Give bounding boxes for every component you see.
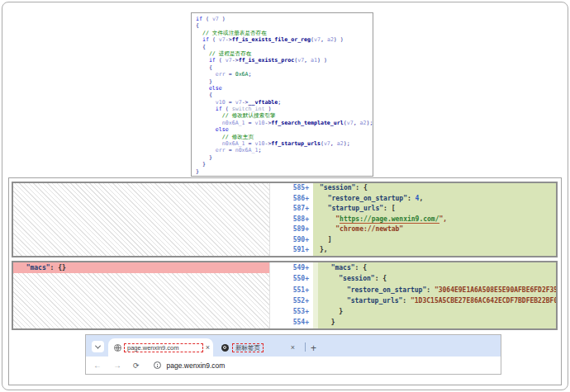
diff-line-content: "restore_on_startup": "3064E9E1A6A508E5E…	[313, 285, 556, 295]
address-bar-url[interactable]: page.wenxin9.com	[167, 361, 226, 370]
tab-divider	[305, 342, 306, 352]
close-tab-icon[interactable]: ×	[291, 344, 295, 352]
reload-icon[interactable]: ⟳	[133, 361, 140, 370]
code-line: // 文件或注册表是否存在	[196, 30, 373, 36]
line-number: 589+	[270, 224, 313, 235]
diff-added-row: 588+ "https://page.wenxin9.com/",	[270, 215, 556, 225]
diff-line-content: "macs": {	[313, 262, 556, 273]
line-number: 551+	[270, 285, 313, 295]
diff-line-content: ]	[313, 235, 556, 246]
tab-new-tab-page[interactable]: 新标签页 ×	[215, 338, 299, 357]
close-tab-icon[interactable]: ×	[206, 344, 210, 352]
code-line: n0x6A_1 = v10->ff_startup_urls(v7, a2);	[196, 140, 373, 147]
line-number: 590+	[270, 235, 313, 246]
diff-added-row: 551+ "restore_on_startup": "3064E9E1A6A5…	[270, 285, 556, 295]
code-line: n0x6A_1 = v10->ff_search_template_url(v7…	[196, 120, 373, 126]
diff-line-content: "startup_urls": "1D3C15A5CBE27E86AC642EC…	[313, 295, 556, 306]
diff-line-content: "startup_urls": [	[313, 204, 556, 215]
diff-added-row: 550+ "session": {	[270, 273, 556, 284]
page-info-icon[interactable]	[154, 361, 161, 369]
decompiled-code: if ( v7 ){ // 文件或注册表是否存在 if ( v7->ff_is_…	[196, 16, 373, 175]
diff-added-row: 590+ ]	[270, 235, 556, 246]
annotation-box-tab1: page.wenxin9.com	[124, 343, 203, 352]
line-number: 585+	[270, 183, 313, 194]
code-line: }	[196, 161, 373, 168]
line-number: 554+	[270, 317, 313, 328]
screenshot-root: if ( v7 ){ // 文件或注册表是否存在 if ( v7->ff_is_…	[0, 0, 570, 392]
line-number: 586+	[270, 194, 313, 205]
line-number: 552+	[270, 295, 313, 306]
diff-added-row: 586+ "restore_on_startup": 4,	[270, 194, 556, 205]
tab-title: 新标签页	[235, 344, 260, 352]
diff-added-row: 589+ "chrome://newtab"	[270, 224, 556, 235]
code-line: if ( v7->ff_is_exists_proc(v7, a1) )	[196, 57, 373, 64]
line-number: 549+	[270, 262, 313, 273]
annotation-box-tab2: 新标签页	[232, 343, 264, 352]
code-line: else	[196, 85, 373, 92]
back-icon[interactable]: ←	[93, 361, 102, 370]
diff-line-content: "session": {	[313, 273, 556, 284]
code-line: err = n0x6A_1;	[196, 147, 373, 153]
line-number: 587+	[270, 204, 313, 215]
diff-right-column: 549+ "macs": {550+ "session": {551+ "res…	[270, 262, 556, 328]
decompiler-panel: if ( v7 ){ // 文件或注册表是否存在 if ( v7->ff_is_…	[191, 12, 373, 177]
browser-toolbar: ← → ⟳ page.wenxin9.com	[86, 357, 501, 374]
newtab-favicon-icon	[221, 344, 229, 352]
tab-strip: page.wenxin9.com × 新标签页 × +	[86, 335, 501, 357]
code-line: {	[196, 22, 373, 29]
line-number: 550+	[270, 273, 313, 284]
diff-added-row: 591+},	[270, 245, 556, 256]
code-line: // 进程是否存在	[196, 50, 373, 57]
globe-icon	[114, 344, 121, 352]
code-line: {	[196, 64, 373, 71]
diff-left-column	[13, 183, 270, 256]
tab-title: page.wenxin9.com	[127, 344, 179, 352]
diff-added-row: 587+ "startup_urls": [	[270, 204, 556, 215]
diff-block-session: 585+"session": {586+ "restore_on_startup…	[12, 182, 558, 257]
new-tab-button[interactable]: +	[311, 343, 316, 353]
code-line: else	[196, 126, 373, 133]
diff-line-content: }	[313, 317, 556, 328]
code-line: err = 0x6A;	[196, 71, 373, 78]
diff-added-row: 553+ }	[270, 306, 556, 317]
diff-line-content: "restore_on_startup": 4,	[313, 194, 556, 205]
code-line: v10 = v7->__vftable;	[196, 99, 373, 106]
diff-removed-row: "macs": {}	[13, 262, 269, 273]
code-line: }	[196, 78, 373, 85]
tab-search-button[interactable]	[92, 341, 104, 352]
diff-added-row: 554+ }	[270, 317, 556, 328]
code-line: // 修改默认搜索引擎	[196, 112, 373, 119]
code-line: {	[196, 92, 373, 98]
line-number: 588+	[270, 215, 313, 225]
diff-line-content: "chrome://newtab"	[313, 224, 556, 235]
code-line: {	[196, 44, 373, 50]
browser-window: page.wenxin9.com × 新标签页 × + ← → ⟳ page.w…	[85, 334, 501, 375]
line-number: 591+	[270, 245, 313, 256]
diff-added-row: 549+ "macs": {	[270, 262, 556, 273]
forward-icon[interactable]: →	[113, 361, 121, 370]
diff-line-content: }	[313, 306, 556, 317]
code-line: if ( v7->ff_is_exists_file_or_reg(v7, a2…	[196, 36, 373, 43]
code-line: }	[196, 154, 373, 161]
line-number: 553+	[270, 306, 313, 317]
diff-line-content: },	[313, 245, 556, 256]
diff-block-macs: "macs": {} 549+ "macs": {550+ "session":…	[12, 261, 558, 330]
diff-line-content: "https://page.wenxin9.com/",	[313, 215, 556, 225]
diff-left-column: "macs": {}	[13, 262, 270, 328]
diff-added-row: 552+ "startup_urls": "1D3C15A5CBE27E86AC…	[270, 295, 556, 306]
diff-line-content: "session": {	[313, 183, 556, 194]
code-line: if ( v7 )	[196, 16, 373, 22]
chevron-down-icon	[95, 342, 101, 348]
tab-page-wenxin9[interactable]: page.wenxin9.com ×	[108, 338, 213, 357]
code-line: }	[196, 168, 373, 175]
diff-right-column: 585+"session": {586+ "restore_on_startup…	[270, 183, 556, 256]
code-line: // 修改主页	[196, 134, 373, 140]
code-line: if ( switch_int )	[196, 106, 373, 112]
diff-added-row: 585+"session": {	[270, 183, 556, 194]
